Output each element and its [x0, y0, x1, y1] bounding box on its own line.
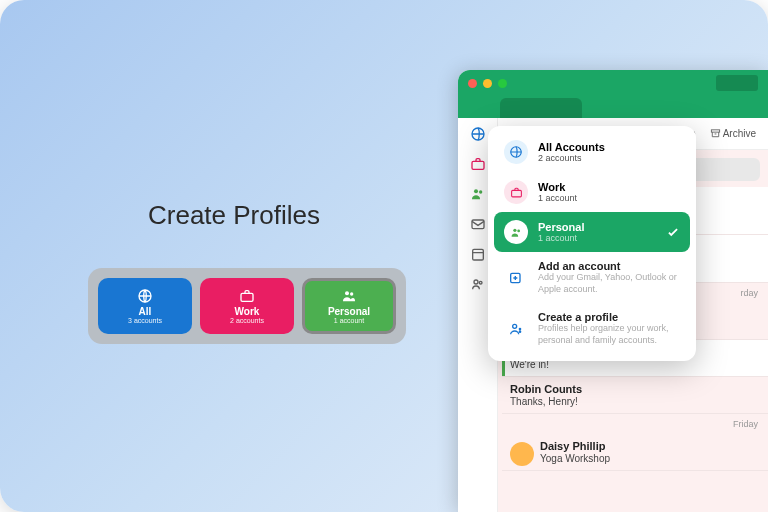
svg-rect-12 [711, 130, 719, 132]
archive-button[interactable]: Archive [710, 128, 756, 139]
globe-icon [509, 145, 523, 159]
dropdown-title: Add an account [538, 260, 680, 272]
people-icon [510, 226, 523, 239]
svg-rect-14 [511, 190, 521, 197]
calendar-icon[interactable] [470, 246, 486, 262]
svg-rect-8 [472, 220, 484, 229]
svg-rect-9 [472, 249, 483, 260]
check-icon [666, 225, 680, 239]
tile-label: All [139, 306, 152, 317]
dropdown-sub: 1 account [538, 233, 656, 243]
svg-point-18 [513, 324, 517, 328]
dropdown-title: Work [538, 181, 680, 193]
active-tab[interactable] [500, 98, 582, 118]
create-profile-icon [508, 321, 524, 337]
minimize-icon[interactable] [483, 79, 492, 88]
briefcase-icon [239, 288, 255, 304]
mail-icon[interactable] [470, 216, 486, 232]
dropdown-title: Personal [538, 221, 656, 233]
avatar [510, 442, 534, 466]
day-separator: Friday [502, 414, 768, 434]
message-from: Daisy Phillip [540, 440, 760, 452]
svg-point-19 [519, 331, 520, 332]
svg-point-2 [345, 291, 349, 295]
tile-sub: 3 accounts [128, 317, 162, 324]
list-item[interactable]: Daisy Phillip Yoga Workshop [502, 434, 768, 471]
archive-icon [710, 128, 721, 139]
message-from: Robin Counts [510, 383, 760, 395]
window-chrome [458, 70, 768, 96]
profile-dropdown: All Accounts 2 accounts Work 1 account P… [488, 126, 696, 361]
maximize-icon[interactable] [498, 79, 507, 88]
tile-sub: 2 accounts [230, 317, 264, 324]
message-subject: Yoga Workshop [540, 453, 760, 464]
tile-label: Personal [328, 306, 370, 317]
tile-label: Work [235, 306, 260, 317]
people-icon[interactable] [470, 186, 486, 202]
tile-work[interactable]: Work 2 accounts [200, 278, 294, 334]
tab-bar [458, 96, 768, 118]
dropdown-title: All Accounts [538, 141, 680, 153]
tile-personal[interactable]: Personal 1 account [302, 278, 396, 334]
svg-point-6 [474, 189, 478, 193]
svg-point-11 [479, 281, 482, 284]
svg-point-15 [513, 228, 516, 231]
people-icon [341, 288, 357, 304]
dropdown-personal[interactable]: Personal 1 account [494, 212, 690, 252]
tile-all[interactable]: All 3 accounts [98, 278, 192, 334]
dropdown-create-profile[interactable]: Create a profile Profiles help organize … [494, 303, 690, 354]
list-item[interactable]: Robin Counts Thanks, Henry! [502, 377, 768, 414]
dropdown-work[interactable]: Work 1 account [494, 172, 690, 212]
contacts-icon[interactable] [470, 276, 486, 292]
tile-sub: 1 account [334, 317, 364, 324]
briefcase-icon[interactable] [470, 156, 486, 172]
dropdown-sub: 2 accounts [538, 153, 680, 163]
search-field[interactable] [716, 75, 758, 91]
page-title: Create Profiles [148, 200, 320, 231]
svg-point-20 [519, 328, 520, 329]
svg-point-3 [350, 292, 353, 295]
svg-rect-1 [241, 293, 253, 301]
svg-point-16 [517, 229, 520, 232]
globe-icon [137, 288, 153, 304]
dropdown-sub: Profiles help organize your work, person… [538, 323, 680, 346]
app-window: te Archive cused Other Daisy Phillip RE:… [458, 70, 768, 512]
dropdown-all-accounts[interactable]: All Accounts 2 accounts [494, 132, 690, 172]
briefcase-icon [510, 186, 523, 199]
globe-icon[interactable] [470, 126, 486, 142]
close-icon[interactable] [468, 79, 477, 88]
dropdown-title: Create a profile [538, 311, 680, 323]
dropdown-sub: 1 account [538, 193, 680, 203]
svg-rect-5 [472, 161, 484, 169]
svg-point-10 [474, 280, 478, 284]
dropdown-sub: Add your Gmail, Yahoo, Outlook or Apple … [538, 272, 680, 295]
add-account-icon [508, 270, 524, 286]
message-subject: Thanks, Henry! [510, 396, 760, 407]
dropdown-add-account[interactable]: Add an account Add your Gmail, Yahoo, Ou… [494, 252, 690, 303]
profile-tiles: All 3 accounts Work 2 accounts Personal … [88, 268, 406, 344]
svg-point-7 [479, 190, 482, 193]
